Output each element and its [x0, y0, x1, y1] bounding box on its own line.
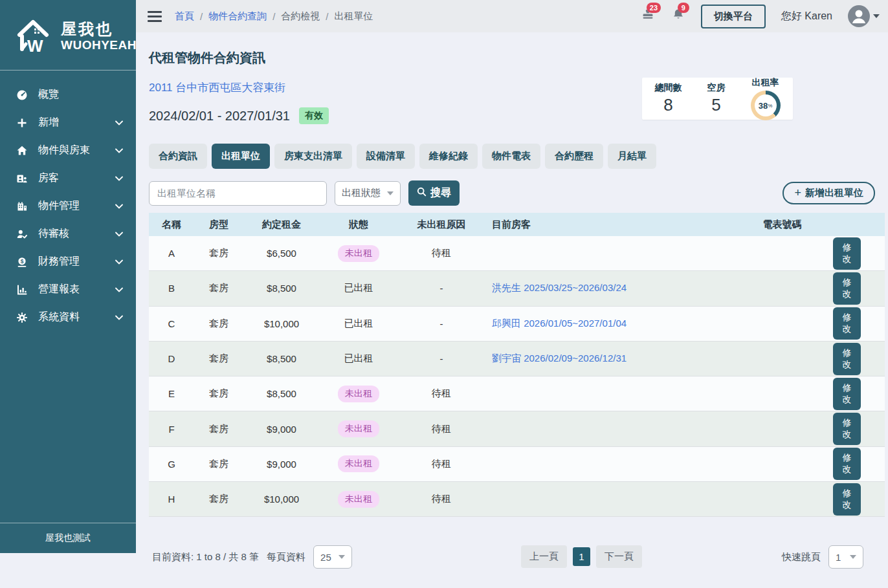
hamburger-menu-icon[interactable] [148, 11, 162, 22]
action-cell: 修改 [833, 343, 885, 375]
edit-button[interactable]: 修改 [833, 237, 861, 270]
tab-1[interactable]: 出租單位 [212, 144, 270, 169]
edit-button[interactable]: 修改 [833, 448, 861, 480]
tab-6[interactable]: 合約歷程 [545, 144, 603, 169]
vacancy-reason-cell: - [397, 318, 485, 329]
user-menu[interactable] [848, 5, 880, 27]
sidebar-item-tenants[interactable]: 房客 [0, 164, 136, 192]
house-logo-icon: W [13, 16, 53, 57]
sidebar-item-property-management[interactable]: 物件管理 [0, 192, 136, 220]
search-button[interactable]: 搜尋 [408, 180, 460, 206]
current-page-button[interactable]: 1 [573, 547, 590, 566]
rental-status-select[interactable]: 出租狀態 [335, 181, 401, 206]
user-check-icon [16, 228, 28, 240]
column-header-vacancy-reason: 未出租原因 [397, 219, 485, 231]
gauge-icon [16, 89, 28, 101]
tenant-cell: 洪先生 2025/03/25~2026/03/24 [485, 282, 731, 294]
tab-4[interactable]: 維修紀錄 [419, 144, 478, 169]
stamp-approvals-button[interactable]: 23 [640, 8, 656, 25]
edit-button[interactable]: 修改 [833, 378, 861, 410]
vacancy-reason-cell: 待租 [397, 493, 485, 505]
rent-cell: $8,500 [243, 388, 320, 399]
sidebar-item-overview[interactable]: 概覽 [0, 81, 136, 109]
sidebar-item-label: 營運報表 [38, 283, 80, 296]
vacancy-reason-cell: - [397, 283, 485, 294]
next-page-button[interactable]: 下一頁 [596, 545, 642, 568]
column-header-room-type: 房型 [194, 219, 243, 231]
status-cell: 未出租 [320, 245, 397, 262]
chevron-down-icon [115, 120, 123, 125]
tenant-link[interactable]: 洪先生 2025/03/25~2026/03/24 [492, 282, 627, 293]
sidebar-item-finance[interactable]: $ 財務管理 [0, 248, 136, 276]
sidebar-item-system[interactable]: 系統資料 [0, 303, 136, 331]
tab-0[interactable]: 合約資訊 [149, 144, 207, 169]
pagination: 目前資料: 1 to 8 / 共 8 筆 每頁資料 25 上一頁 1 下一頁 快… [136, 544, 888, 570]
sidebar-item-reports[interactable]: 營運報表 [0, 276, 136, 303]
tenant-environment-label: 屋我也測試 [0, 523, 136, 553]
sidebar-item-label: 房客 [38, 171, 59, 185]
finance-icon: $ [16, 256, 28, 268]
room-type-cell: 套房 [194, 318, 243, 330]
sidebar-item-add[interactable]: 新增 [0, 109, 136, 136]
tab-2[interactable]: 房東支出清單 [274, 144, 352, 169]
sidebar-item-property-landlord[interactable]: 物件與房東 [0, 136, 136, 164]
status-badge: 未出租 [338, 420, 379, 437]
breadcrumb: 首頁/物件合約查詢/合約檢視/出租單位 [175, 10, 373, 23]
table-row: C套房$10,000已出租-邱興田 2026/01/05~2027/01/04修… [149, 307, 885, 342]
status-badge: 未出租 [338, 455, 379, 472]
add-rental-unit-button[interactable]: + 新增出租單位 [783, 182, 875, 204]
column-header-current-tenant: 目前房客 [485, 219, 731, 231]
tenant-cell: 劉宇宙 2026/02/09~2026/12/31 [485, 353, 731, 365]
edit-button[interactable]: 修改 [833, 483, 861, 516]
edit-button[interactable]: 修改 [833, 272, 861, 305]
sidebar-item-pending-review[interactable]: 待審核 [0, 220, 136, 248]
unit-name-search-input[interactable] [149, 181, 327, 206]
breadcrumb-item[interactable]: 首頁 [175, 10, 194, 23]
tenant-link[interactable]: 劉宇宙 2026/02/09~2026/12/31 [492, 353, 627, 364]
tab-3[interactable]: 設備清單 [357, 144, 415, 169]
vacancy-reason-cell: 待租 [397, 458, 485, 470]
user-greeting: 您好 Karen [781, 10, 832, 23]
table-row: A套房$6,500未出租待租修改 [149, 236, 885, 271]
filter-row: 出租狀態 搜尋 + 新增出租單位 [149, 180, 875, 206]
tab-7[interactable]: 月結單 [608, 144, 656, 169]
rental-units-table: 名稱 房型 約定租金 狀態 未出租原因 目前房客 電表號碼 A套房$6,500未… [149, 213, 885, 517]
tab-5[interactable]: 物件電表 [482, 144, 540, 169]
unit-name-cell: D [149, 353, 194, 364]
sidebar-menu: 概覽 新增 物件與房東 房客 物件管理 [0, 74, 136, 523]
per-page-select[interactable]: 25 [313, 545, 352, 569]
action-cell: 修改 [833, 307, 885, 340]
edit-button[interactable]: 修改 [833, 343, 861, 375]
edit-button[interactable]: 修改 [833, 413, 861, 445]
table-row: D套房$8,500已出租-劉宇宙 2026/02/09~2026/12/31修改 [149, 342, 885, 376]
sidebar-item-label: 概覽 [38, 88, 59, 102]
unit-name-cell: H [149, 494, 194, 505]
occupancy-donut-chart: 38% [751, 91, 781, 120]
status-cell: 未出租 [320, 455, 397, 472]
occupancy-unit: % [768, 103, 772, 109]
breadcrumb-item[interactable]: 物件合約查詢 [208, 10, 267, 23]
status-badge: 未出租 [338, 386, 379, 402]
edit-button[interactable]: 修改 [833, 307, 861, 340]
table-row: E套房$8,500未出租待租修改 [149, 376, 885, 411]
switch-platform-button[interactable]: 切換平台 [701, 5, 766, 28]
status-badge: 未出租 [338, 491, 379, 508]
house-icon [16, 145, 28, 157]
quick-jump-select[interactable]: 1 [828, 545, 863, 569]
add-rental-unit-label: 新增出租單位 [805, 187, 863, 199]
prev-page-button[interactable]: 上一頁 [521, 545, 567, 568]
tenant-link[interactable]: 邱興田 2026/01/05~2027/01/04 [492, 318, 627, 329]
brand-logo[interactable]: W 屋我也 WUOHYEAH [0, 0, 136, 70]
property-link[interactable]: 2011 台中市西屯區大容東街 [149, 80, 285, 95]
page-title: 代租管物件合約資訊 [149, 49, 888, 67]
column-header-status: 狀態 [320, 219, 397, 231]
quick-jump-label: 快速跳頁 [782, 551, 821, 563]
room-type-cell: 套房 [194, 493, 243, 505]
sidebar: W 屋我也 WUOHYEAH 概覽 新增 [0, 0, 136, 553]
main-content: 代租管物件合約資訊 2011 台中市西屯區大容東街 2024/02/01 - 2… [136, 32, 888, 588]
stats-card: 總間數 8 空房 5 出租率 38% [642, 78, 793, 120]
tab-bar: 合約資訊出租單位房東支出清單設備清單維修紀錄物件電表合約歷程月結單 [149, 144, 888, 169]
notifications-button[interactable]: 9 [671, 8, 685, 25]
rent-cell: $6,500 [243, 248, 320, 259]
chart-icon [16, 284, 28, 296]
